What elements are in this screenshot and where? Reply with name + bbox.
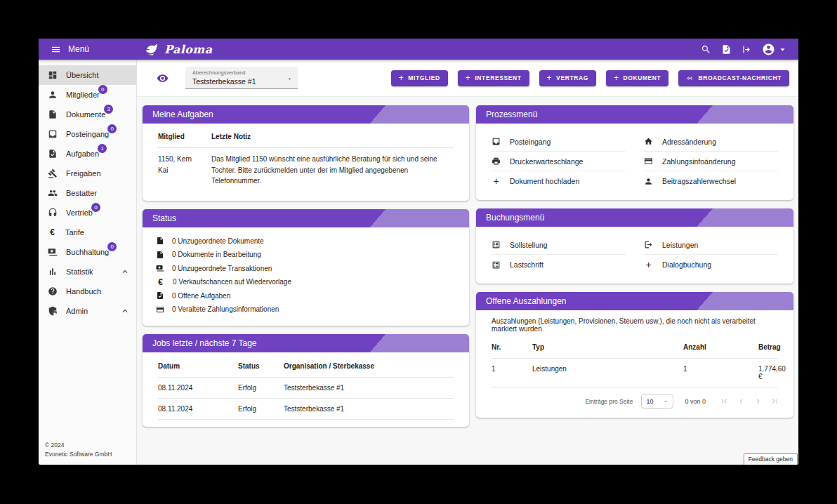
column-header: Nr. [492,343,532,351]
abrechnungsverband-select[interactable]: Aberechnungsverband Teststerbekasse #1 [185,67,298,89]
document-icon [156,237,164,245]
sidebar: Übersicht Mitglieder0 Dokumente3 Postein… [39,60,137,465]
menu-item-leistungen[interactable]: Leistungen [644,235,778,255]
card-title: Offene Auszahlungen [476,292,793,310]
table-row[interactable]: 08.11.2024 Erfolg Teststerbekasse #1 [158,399,454,420]
sidebar-item-label: Mitglieder [66,91,100,99]
toolbar: Aberechnungsverband Teststerbekasse #1 +… [137,60,798,97]
account-menu-button[interactable] [760,41,789,58]
menu-item-zahlungsinfoaenderung[interactable]: Zahlungsinfoänderung [644,152,778,171]
next-page-button[interactable] [753,397,763,406]
column-header: Datum [158,362,238,370]
sidebar-item-admin[interactable]: Admin [39,301,136,321]
sidebar-item-dokumente[interactable]: Dokumente3 [39,105,136,124]
status-item-veraltete-zahlungsinformationen[interactable]: 0 Veraltete Zahlungsinformationen [156,303,454,317]
sidebar-badge: 0 [98,85,107,94]
feedback-button[interactable]: Feedback geben [744,453,798,465]
add-dokument-button[interactable]: +DOKUMENT [606,70,669,86]
sidebar-item-statistik[interactable]: Statistik [39,262,136,281]
tasks-button[interactable] [720,43,733,56]
page-size-select[interactable]: 10 [641,394,673,409]
card-title: Buchungsmenü [476,208,793,227]
table-row[interactable]: 1 Leistungen 1 1.774,60 € [492,359,778,387]
menu-item-dokument-hochladen[interactable]: + Dokument hochladen [492,171,626,191]
status-item-dokumente-bearbeitung[interactable]: 0 Dokumente in Bearbeitung [156,248,454,262]
list-icon [492,240,501,249]
column-header: Status [238,362,284,370]
page-range: 0 von 0 [685,398,706,405]
status-item-verkaufschancen[interactable]: € 0 Verkaufschancen auf Wiedervorlage [156,275,454,289]
caret-down-icon [777,44,788,55]
sidebar-item-aufgaben[interactable]: Aufgaben1 [39,144,136,164]
home-icon [644,137,653,146]
table-row[interactable]: 1150, Kern Kai Das Mitglied 1150 wünscht… [158,148,454,194]
column-header: Typ [532,343,683,351]
sidebar-badge: 0 [91,203,100,212]
broadcast-button[interactable]: BROADCAST-NACHRICHT [678,70,789,86]
search-button[interactable] [699,43,713,56]
cell-status: Erfolg [238,384,284,392]
sidebar-item-uebersicht[interactable]: Übersicht [39,65,136,85]
menu-item-adressaenderung[interactable]: Adressänderung [644,132,778,152]
page-size-label: Einträge pro Seite [585,398,633,405]
visibility-button[interactable] [157,72,169,84]
sidebar-item-mitglieder[interactable]: Mitglieder0 [39,85,136,105]
column-header: Letzte Notiz [211,133,454,140]
sidebar-item-tarife[interactable]: € Tarife [39,223,136,242]
menu-item-lastschrift[interactable]: Lastschrift [492,255,626,274]
table-header-row: Nr. Typ Anzahl Betrag [492,337,778,359]
logout-icon [742,44,752,55]
person-icon [48,90,58,100]
add-vertrag-button[interactable]: +VERTRAG [539,70,596,86]
payments-icon [48,247,58,257]
inbox-icon [48,129,58,139]
last-page-button[interactable] [770,397,779,406]
sidebar-item-buchhaltung[interactable]: Buchhaltung0 [39,242,136,262]
add-interessent-button[interactable]: +INTERESSENT [458,70,529,86]
sidebar-badge: 0 [107,124,117,133]
add-icon: + [492,176,501,186]
card-offene-auszahlungen: Offene Auszahlungen Auszahlungen (Leistu… [476,292,793,418]
menu-item-posteingang[interactable]: Posteingang [492,132,626,152]
previous-page-button[interactable] [737,397,746,406]
column-header: Anzahl [683,343,758,351]
status-item-offene-aufgaben[interactable]: 0 Offene Aufgaben [156,289,454,303]
topbar-actions [699,41,798,58]
cell-status: Erfolg [238,405,284,413]
table-row[interactable]: 08.11.2024 Erfolg Teststerbekasse #1 [158,378,454,399]
cell-betrag: 1.774,60 € [758,365,786,380]
status-item-unzugeordnete-transaktionen[interactable]: 0 Unzugeordnete Transaktionen [156,262,454,276]
menu-item-sollstellung[interactable]: Sollstellung [492,235,626,255]
pager-controls [720,397,779,406]
card-buchungsmenu: Buchungsmenü Sollstellung Leistungen [476,208,793,284]
euro-icon: € [48,228,57,237]
add-mitglied-button[interactable]: +MITGLIED [391,70,448,86]
menu-item-dialogbuchung[interactable]: + Dialogbuchung [644,255,778,274]
sidebar-item-label: Posteingang [66,130,109,138]
sidebar-item-bestatter[interactable]: Bestatter [39,183,136,203]
menu-item-beitragszahlerwechsel[interactable]: Beitragszahlerwechsel [644,171,778,191]
status-item-unzugeordnete-dokumente[interactable]: 0 Unzugeordnete Dokumente [156,234,454,248]
person-icon [644,177,653,186]
sidebar-item-label: Übersicht [66,71,98,79]
inbox-icon [492,137,501,146]
cell-nr: 1 [492,365,532,373]
sidebar-item-vertrieb[interactable]: Vertrieb0 [39,203,136,223]
eye-icon [157,72,169,84]
bar-chart-icon [48,267,58,277]
first-page-button[interactable] [720,397,729,406]
cell-typ: Leistungen [532,365,683,373]
euro-icon: € [156,278,165,286]
account-circle-icon [762,43,775,56]
add-icon: + [644,260,653,270]
menu-item-druckerwarteschlange[interactable]: Druckerwarteschlange [492,152,626,171]
app-window: Menü Paloma Übersicht Mitglieder0 [39,39,798,465]
sidebar-item-freigaben[interactable]: Freigaben [39,164,136,183]
cell-datum: 08.11.2024 [158,405,238,413]
logout-button[interactable] [740,43,753,56]
list-icon [492,260,501,270]
menu-button[interactable]: Menü [39,39,137,60]
sidebar-item-posteingang[interactable]: Posteingang0 [39,124,136,144]
help-icon [48,286,58,296]
sidebar-item-handbuch[interactable]: Handbuch [39,281,136,301]
